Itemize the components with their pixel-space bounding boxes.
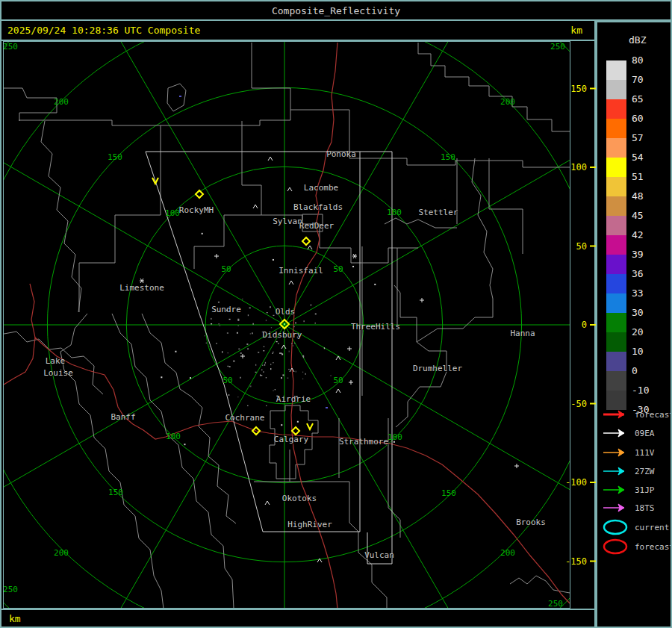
colorbar-tick-label: 39 <box>632 249 662 259</box>
city-label: ThreeHills <box>351 322 400 332</box>
colorbar-swatch <box>606 332 626 352</box>
clutter-speckle <box>252 332 252 334</box>
clutter-speckle <box>295 322 296 323</box>
clutter-speckle <box>264 364 265 366</box>
highway-road <box>30 284 35 338</box>
clutter-speckle <box>374 284 376 285</box>
range-ring-label: 50 <box>333 376 343 385</box>
legend-track-label: 18TS <box>635 503 655 513</box>
y-axis-tick-label: -100 <box>565 477 587 488</box>
clutter-speckle <box>190 377 191 379</box>
colorbar-tick-label: 80 <box>632 55 662 65</box>
colorbar-tick-label: 60 <box>632 113 662 123</box>
colorbar-swatch <box>606 255 626 274</box>
legend-track-label: 09EA <box>635 429 655 438</box>
clutter-speckle <box>250 333 251 334</box>
county-boundary <box>0 88 57 121</box>
v-marker-icon <box>307 423 313 429</box>
clutter-speckle <box>315 323 316 324</box>
clutter-speckle <box>302 379 303 379</box>
colorbar-tick-label: 10 <box>632 346 662 356</box>
page-title: Composite_Reflectivity <box>272 5 400 16</box>
clutter-speckle <box>247 348 248 349</box>
side-panel: dBZ 807065605754514845423936333020100-10… <box>596 21 672 628</box>
clutter-speckle <box>264 346 264 347</box>
clutter-speckle <box>211 318 211 320</box>
clutter-speckle <box>250 385 252 387</box>
radial-spoke <box>87 325 284 628</box>
y-axis-tick-label: 0 <box>582 320 587 330</box>
colorbar-swatch <box>606 158 626 177</box>
clutter-speckle <box>242 299 243 299</box>
clutter-speckle <box>237 325 238 326</box>
range-ring-label: 100 <box>388 432 402 442</box>
city-label: Sundre <box>211 305 241 314</box>
colorbar-swatch <box>606 177 626 196</box>
caret-marker-icon <box>265 501 270 505</box>
colorbar-tick-label: 45 <box>632 210 662 220</box>
clutter-speckle <box>266 320 267 321</box>
city-label: Banff <box>111 412 135 422</box>
clutter-speckle <box>233 361 234 362</box>
clutter-speckle <box>267 312 268 313</box>
station-diamond-icon <box>302 237 310 245</box>
clutter-speckle <box>263 371 264 372</box>
clutter-speckle <box>161 376 162 378</box>
caret-marker-icon <box>336 389 340 393</box>
city-label: Strathmore <box>339 437 388 447</box>
header-bar: 2025/09/24 10:28:36 UTC Composite km <box>0 21 596 41</box>
city-label: Drumheller <box>413 364 463 373</box>
range-ring-label: 200 <box>500 97 515 107</box>
caret-marker-icon <box>268 157 273 161</box>
clutter-speckle <box>219 325 220 326</box>
clutter-speckle <box>175 351 176 352</box>
clutter-speckle <box>273 362 274 363</box>
clutter-speckle <box>273 352 273 352</box>
clutter-speckle <box>270 368 271 370</box>
x-axis-unit-label: km <box>9 613 21 624</box>
clutter-speckle <box>270 306 270 308</box>
legend-track-label: forecast <box>635 410 671 420</box>
range-ring-label: 250 <box>3 585 18 594</box>
county-boundary <box>194 121 261 269</box>
clutter-speckle <box>240 377 241 379</box>
county-boundary <box>349 110 570 167</box>
city-label: Brooks <box>516 517 546 527</box>
plus-marker-icon <box>420 298 424 302</box>
legend-track-label: 31JP <box>635 485 655 495</box>
clutter-speckle <box>202 233 203 234</box>
colorbar-tick-label: -10 <box>632 385 662 395</box>
colorbar-swatch <box>606 99 626 119</box>
plus-marker-icon <box>214 254 219 258</box>
colorbar-title: dBZ <box>629 34 646 46</box>
range-ring-label: 250 <box>550 42 565 52</box>
range-ring-label: 100 <box>387 208 402 217</box>
clutter-speckle <box>281 424 282 426</box>
timestamp-label: 2025/09/24 10:28:36 UTC Composite <box>7 25 200 36</box>
caret-marker-icon <box>287 187 292 191</box>
colorbar-tick-label: 54 <box>632 152 662 162</box>
range-ring-label: 200 <box>54 97 69 107</box>
clutter-speckle <box>293 345 293 346</box>
colorbar-tick-label: 65 <box>632 93 662 104</box>
clutter-speckle <box>260 375 261 376</box>
city-label: Airdrie <box>276 394 311 404</box>
clutter-speckle <box>279 352 281 353</box>
clutter-speckle <box>296 371 296 373</box>
colorbar-tick-label: 48 <box>632 190 662 201</box>
clutter-speckle <box>276 341 278 342</box>
radar-map-canvas[interactable]: 5050505010010010010015015015015020020020… <box>0 0 672 628</box>
clutter-speckle <box>294 343 295 343</box>
y-axis-tick-label: -150 <box>565 556 587 567</box>
colorbar-tick-label: 42 <box>632 229 662 240</box>
clutter-speckle <box>303 356 304 358</box>
radar-viewer-window: Composite_Reflectivity 2025/09/24 10:28:… <box>0 0 672 628</box>
county-boundary <box>349 523 387 609</box>
city-label: Louise <box>43 368 73 378</box>
city-label: Limestone <box>119 283 164 293</box>
clutter-speckle <box>237 319 239 320</box>
city-label: Ponoka <box>326 149 356 159</box>
colorbar-swatch <box>606 80 626 99</box>
clutter-speckle <box>275 389 276 390</box>
caret-marker-icon <box>308 246 312 249</box>
